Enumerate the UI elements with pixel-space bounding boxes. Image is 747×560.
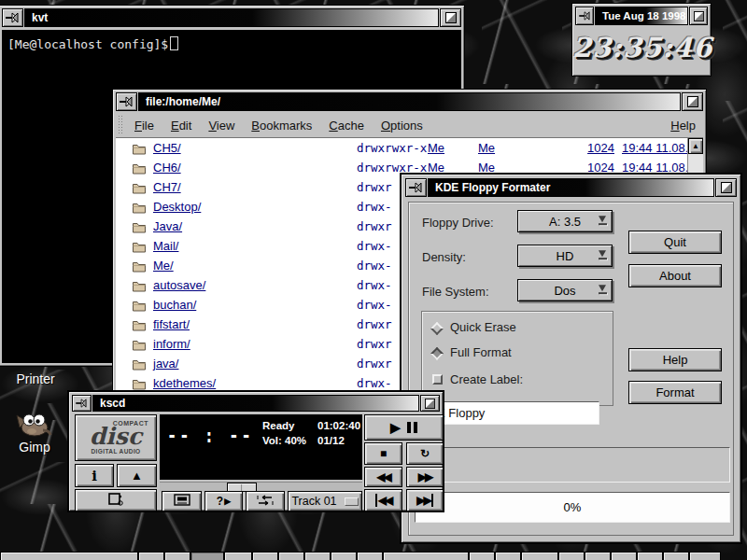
taskbar-button[interactable] bbox=[558, 552, 585, 560]
taskbar-button[interactable] bbox=[331, 552, 357, 560]
taskbar-button[interactable] bbox=[138, 552, 164, 560]
file-size-link[interactable]: 1024 bbox=[583, 141, 614, 155]
cd-logo-button[interactable]: COMPACT disc DIGITAL AUDIO bbox=[75, 414, 157, 461]
menu-help[interactable]: Help bbox=[670, 119, 696, 133]
taskbar-button[interactable] bbox=[689, 552, 721, 560]
kvt-window-title[interactable]: kvt bbox=[24, 8, 439, 27]
file-name-link[interactable]: inform/ bbox=[153, 337, 190, 351]
fast-forward-button[interactable]: ▶▶ bbox=[406, 467, 444, 487]
taskbar-button[interactable] bbox=[469, 552, 495, 560]
menubar-gripper[interactable] bbox=[118, 115, 123, 135]
pin-icon[interactable] bbox=[2, 8, 23, 27]
cddb-button[interactable] bbox=[75, 489, 157, 511]
help-button[interactable]: Help bbox=[628, 348, 722, 371]
pin-icon[interactable] bbox=[575, 7, 594, 25]
taskbar-button[interactable] bbox=[278, 552, 304, 560]
file-name-link[interactable]: CH6/ bbox=[153, 161, 181, 175]
kscd-window-title[interactable]: kscd bbox=[92, 395, 419, 412]
file-name-link[interactable]: Desktop/ bbox=[153, 200, 201, 214]
taskbar-button[interactable] bbox=[611, 552, 637, 560]
file-name-link[interactable]: autosave/ bbox=[153, 278, 205, 292]
menu-view[interactable]: View bbox=[208, 119, 234, 133]
folder-icon[interactable] bbox=[133, 220, 146, 237]
create-label-checkbox[interactable] bbox=[432, 374, 443, 385]
menu-bookmarks[interactable]: Bookmarks bbox=[251, 119, 312, 133]
about-button[interactable]: About bbox=[628, 264, 722, 287]
quit-button[interactable]: Quit bbox=[628, 231, 722, 254]
file-name-link[interactable]: fifstart/ bbox=[153, 317, 190, 331]
create-label-text[interactable]: Create Label: bbox=[450, 372, 523, 386]
file-name-link[interactable]: Me/ bbox=[153, 259, 174, 273]
taskbar-button[interactable] bbox=[304, 552, 331, 560]
pin-icon[interactable] bbox=[405, 178, 427, 197]
kvt-titlebar[interactable]: kvt bbox=[2, 8, 461, 27]
file-name-link[interactable]: Mail/ bbox=[153, 239, 178, 253]
file-name-link[interactable]: java/ bbox=[153, 357, 178, 371]
quick-erase-label[interactable]: Quick Erase bbox=[450, 320, 516, 334]
clock-titlebar[interactable]: Tue Aug 18 1998 bbox=[575, 7, 708, 25]
kfm-window-title[interactable]: file:/home/Me/ bbox=[138, 92, 681, 111]
file-name-link[interactable]: kdethemes/ bbox=[153, 376, 216, 390]
purchase-button[interactable]: ?▶ bbox=[204, 491, 243, 511]
folder-icon[interactable] bbox=[133, 299, 146, 315]
eject-button[interactable]: ▲ bbox=[117, 464, 157, 487]
maximize-icon[interactable] bbox=[682, 92, 703, 111]
repeat-button[interactable]: ↻ bbox=[406, 442, 444, 465]
stop-button[interactable]: ■ bbox=[364, 442, 402, 465]
taskbar-button[interactable] bbox=[0, 552, 138, 560]
taskbar-button[interactable] bbox=[252, 552, 278, 560]
playlist-button[interactable] bbox=[246, 491, 285, 511]
maximize-icon[interactable] bbox=[689, 7, 708, 25]
menu-cache[interactable]: Cache bbox=[329, 119, 364, 133]
folder-icon[interactable] bbox=[133, 201, 146, 217]
taskbar-button[interactable] bbox=[224, 552, 252, 560]
info-button[interactable]: i bbox=[75, 464, 114, 487]
maximize-icon[interactable] bbox=[440, 8, 461, 27]
scrollbar-up-icon[interactable]: ▲ bbox=[688, 138, 703, 154]
format-button[interactable]: Format bbox=[628, 381, 722, 404]
pin-icon[interactable] bbox=[72, 395, 92, 412]
folder-icon[interactable] bbox=[133, 279, 146, 296]
file-name-link[interactable]: buchan/ bbox=[153, 298, 196, 312]
taskbar-button[interactable] bbox=[663, 552, 689, 560]
folder-icon[interactable] bbox=[133, 181, 146, 198]
menu-file[interactable]: File bbox=[134, 119, 154, 133]
track-select-button[interactable]: Track 01 bbox=[288, 491, 362, 511]
file-name-link[interactable]: CH5/ bbox=[153, 141, 181, 155]
file-owner-link[interactable]: Me bbox=[428, 141, 444, 155]
taskbar-button[interactable] bbox=[383, 552, 469, 560]
taskbar-button[interactable] bbox=[585, 552, 611, 560]
filesystem-select[interactable]: Dos bbox=[517, 279, 613, 301]
floppy-window-title[interactable]: KDE Floppy Formater bbox=[428, 178, 714, 197]
kfm-titlebar[interactable]: file:/home/Me/ bbox=[116, 92, 703, 111]
density-select[interactable]: HD bbox=[517, 245, 613, 267]
taskbar-button[interactable] bbox=[357, 552, 383, 560]
gimp-icon[interactable] bbox=[13, 408, 52, 443]
taskbar-button[interactable] bbox=[190, 552, 224, 560]
file-name-link[interactable]: Java/ bbox=[153, 219, 182, 233]
folder-icon[interactable] bbox=[133, 142, 146, 159]
previous-track-button[interactable]: ◀◀ bbox=[364, 489, 402, 511]
next-track-button[interactable]: ▶▶ bbox=[406, 489, 444, 511]
maximize-icon[interactable] bbox=[715, 178, 737, 197]
file-group-link[interactable]: Me bbox=[478, 141, 495, 155]
folder-icon[interactable] bbox=[133, 161, 146, 178]
taskbar-button[interactable] bbox=[495, 552, 521, 560]
taskbar-button[interactable] bbox=[164, 552, 190, 560]
kscd-titlebar[interactable]: kscd bbox=[72, 395, 440, 412]
play-pause-button[interactable]: ▶ bbox=[364, 414, 444, 441]
file-name-link[interactable]: CH7/ bbox=[153, 180, 181, 194]
clock-date-title[interactable]: Tue Aug 18 1998 bbox=[595, 7, 688, 25]
taskbar-button[interactable] bbox=[521, 552, 558, 560]
floppy-drive-select[interactable]: A: 3.5 bbox=[517, 210, 613, 232]
rewind-button[interactable]: ◀◀ bbox=[364, 467, 402, 487]
desktop-icon-gimp[interactable]: Gimp bbox=[13, 440, 56, 455]
folder-icon[interactable] bbox=[133, 357, 146, 374]
menu-edit[interactable]: Edit bbox=[171, 119, 191, 133]
folder-icon[interactable] bbox=[133, 259, 146, 276]
folder-icon[interactable] bbox=[133, 318, 146, 335]
pin-icon[interactable] bbox=[116, 92, 137, 111]
cddb-dialog-button[interactable] bbox=[162, 491, 202, 511]
menu-options[interactable]: Options bbox=[381, 119, 423, 133]
taskbar-button[interactable] bbox=[637, 552, 663, 560]
